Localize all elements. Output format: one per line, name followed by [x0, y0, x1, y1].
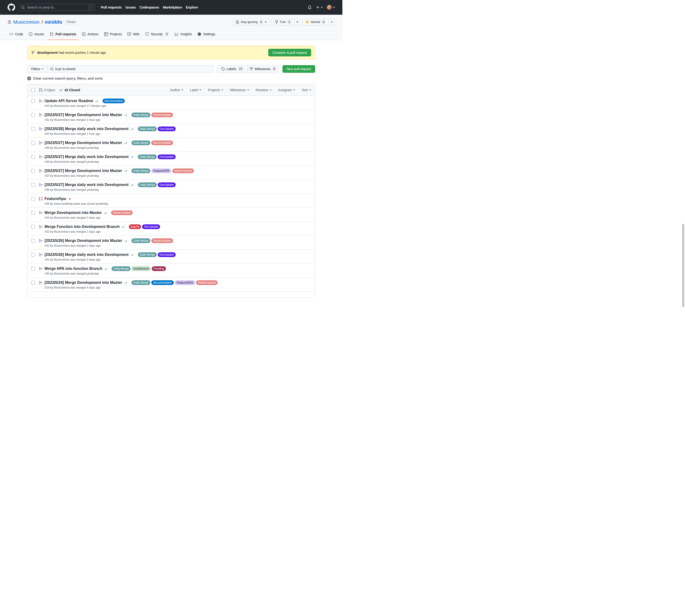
checks-passed-icon[interactable]	[124, 113, 128, 117]
label-chip[interactable]: Daily Merge	[138, 252, 157, 257]
pr-row-checkbox[interactable]	[31, 169, 35, 173]
checks-failed-icon[interactable]	[68, 197, 71, 201]
pr-row-checkbox[interactable]	[31, 113, 35, 117]
tab-insights[interactable]: Insights	[173, 28, 194, 40]
checks-passed-icon[interactable]	[124, 239, 128, 243]
checks-passed-icon[interactable]	[95, 99, 99, 103]
pr-title-link[interactable]: [2023/5/27] Merge Development into Maste…	[45, 112, 122, 118]
label-chip[interactable]: DevUpdate	[158, 154, 176, 159]
label-chip[interactable]: DevUpdate	[158, 182, 176, 187]
tab-projects[interactable]: Projects	[102, 28, 124, 40]
global-search[interactable]: /	[19, 4, 95, 11]
tab-security[interactable]: Security 5	[143, 28, 171, 40]
label-chip[interactable]: MasterUpdate	[151, 238, 173, 243]
pr-title-link[interactable]: [2023/5/27] Merge Development into Maste…	[45, 168, 122, 174]
label-chip[interactable]: Pending	[152, 266, 166, 271]
filter-milestones[interactable]: Milestones	[230, 88, 249, 92]
pr-row-checkbox[interactable]	[31, 211, 35, 215]
pr-row-checkbox[interactable]	[31, 99, 35, 103]
global-search-input[interactable]	[27, 5, 86, 9]
star-button[interactable]: Starred 3	[302, 19, 329, 25]
pr-title-link[interactable]: Feature/hpa	[45, 196, 66, 202]
pr-row-checkbox[interactable]	[31, 183, 35, 187]
label-chip[interactable]: Daily Merge	[131, 112, 150, 117]
checks-passed-icon[interactable]	[131, 183, 134, 187]
tab-pull-requests[interactable]: Pull requests	[48, 28, 78, 40]
open-prs-link[interactable]: 0 Open	[39, 88, 55, 92]
filter-sort[interactable]: Sort	[302, 88, 311, 92]
nav-marketplace[interactable]: Marketplace	[163, 5, 182, 9]
user-menu[interactable]	[327, 5, 335, 10]
tab-issues[interactable]: Issues	[27, 28, 46, 40]
checks-passed-icon[interactable]	[104, 267, 108, 270]
new-pull-request-button[interactable]: New pull request	[282, 65, 315, 73]
label-chip[interactable]: Daily Merge	[131, 280, 150, 285]
checks-passed-icon[interactable]	[124, 169, 128, 173]
pr-row-checkbox[interactable]	[31, 253, 35, 257]
select-all-checkbox[interactable]	[31, 88, 35, 92]
label-chip[interactable]: DevUpdate	[158, 252, 176, 257]
pr-row-checkbox[interactable]	[31, 281, 35, 285]
nav-codespaces[interactable]: Codespaces	[140, 5, 159, 9]
create-new-button[interactable]	[316, 5, 323, 9]
label-chip[interactable]: bug-fix	[129, 224, 141, 229]
notifications-button[interactable]	[308, 5, 312, 9]
pr-title-link[interactable]: [2023/5/27] Merge Development into Maste…	[45, 140, 122, 146]
pr-title-link[interactable]: Merge HPA into function Branch	[45, 266, 102, 271]
pr-title-link[interactable]: [2023/5/24] Merge Development into Maste…	[45, 280, 122, 286]
filter-assignee[interactable]: Assignee	[278, 88, 295, 92]
label-chip[interactable]: Daily Merge	[138, 154, 157, 159]
label-chip[interactable]: Daily Merge	[138, 182, 157, 187]
pr-row-checkbox[interactable]	[31, 127, 35, 131]
pr-title-link[interactable]: [2023/5/26] Merge daily work into Develo…	[45, 252, 129, 258]
label-chip[interactable]: Daily Merge	[131, 140, 150, 145]
label-chip[interactable]: documentation	[102, 98, 125, 103]
label-chip[interactable]: documentation	[151, 280, 174, 285]
milestones-button[interactable]: Milestones 0	[247, 65, 279, 73]
pr-title-link[interactable]: Merge Development into Master	[45, 210, 102, 216]
pr-row-checkbox[interactable]	[31, 155, 35, 159]
label-chip[interactable]: Daily Merge	[138, 127, 157, 131]
closed-prs-link[interactable]: 42 Closed	[59, 88, 80, 92]
repo-name-link[interactable]: minik8s	[45, 19, 62, 26]
checks-passed-icon[interactable]	[121, 225, 125, 229]
pr-title-link[interactable]: Update API Server Readme	[45, 98, 93, 104]
pr-row-checkbox[interactable]	[31, 239, 35, 243]
tab-wiki[interactable]: Wiki	[125, 28, 141, 40]
label-chip[interactable]: InnerBranch	[131, 266, 151, 271]
nav-explore[interactable]: Explore	[186, 5, 198, 9]
label-chip[interactable]: DevUpdate	[158, 127, 176, 131]
tab-code[interactable]: Code	[7, 28, 25, 40]
label-chip[interactable]: MasterUpdate	[111, 211, 133, 215]
star-dropdown-button[interactable]	[329, 19, 335, 25]
checks-passed-icon[interactable]	[124, 281, 128, 285]
clear-filters-link[interactable]: Clear current search query, filters, and…	[27, 76, 103, 80]
filters-dropdown-button[interactable]: Filters	[27, 65, 48, 73]
pr-title-link[interactable]: [2023/5/26] Merge Development into Maste…	[45, 238, 122, 244]
watch-button[interactable]: Stop ignoring 0	[232, 19, 270, 25]
compare-pull-request-button[interactable]: Compare & pull request	[268, 49, 311, 57]
label-chip[interactable]: MasterUpdate	[196, 280, 218, 285]
pr-row-checkbox[interactable]	[31, 197, 35, 201]
checks-passed-icon[interactable]	[131, 127, 134, 131]
label-chip[interactable]: Feature/HPA	[151, 169, 171, 173]
label-chip[interactable]: MasterUpdate	[173, 169, 194, 173]
fork-dropdown-button[interactable]	[294, 19, 300, 25]
nav-pull-requests[interactable]: Pull requests	[101, 5, 122, 9]
checks-passed-icon[interactable]	[131, 155, 134, 159]
pr-row-checkbox[interactable]	[31, 267, 35, 270]
label-chip[interactable]: Daily Merge	[131, 238, 150, 243]
filter-projects[interactable]: Projects	[208, 88, 223, 92]
github-logo[interactable]	[7, 3, 15, 11]
pr-title-link[interactable]: [2023/5/27] Merge daily work into Develo…	[45, 182, 129, 188]
checks-passed-icon[interactable]	[131, 253, 134, 257]
filter-reviews[interactable]: Reviews	[256, 88, 272, 92]
checks-passed-icon[interactable]	[124, 141, 128, 145]
pr-title-link[interactable]: [2023/5/27] Merge daily work into Develo…	[45, 154, 129, 160]
fork-button[interactable]: Fork 1	[272, 19, 295, 25]
label-chip[interactable]: Feature/DNS	[175, 280, 195, 285]
label-chip[interactable]: Daily Merge	[112, 266, 131, 271]
pr-title-link[interactable]: [2023/5/28] Merge daily work into Develo…	[45, 126, 129, 132]
repo-owner-link[interactable]: Musicminion	[13, 19, 40, 26]
issue-search-input[interactable]	[48, 65, 213, 73]
